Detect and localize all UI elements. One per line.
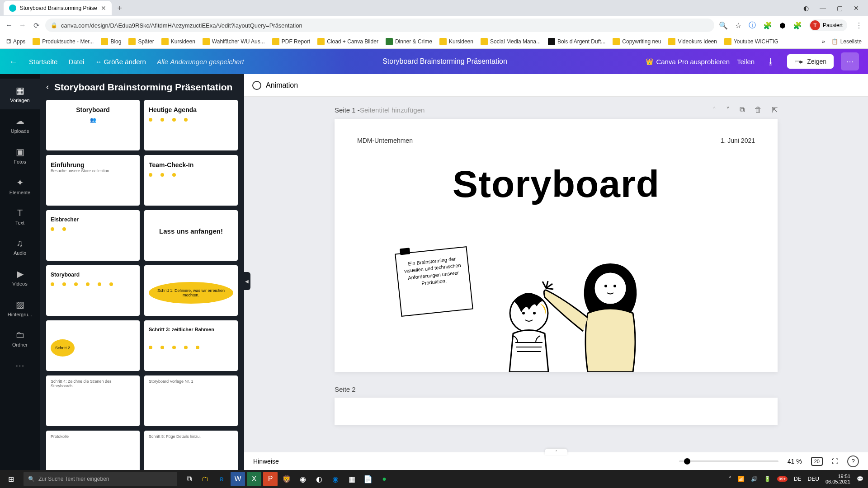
- template-thumb[interactable]: Lass uns anfangen!: [144, 210, 238, 261]
- keyboard-layout[interactable]: DEU: [808, 476, 819, 482]
- sidebar-item-more[interactable]: ⋯: [0, 354, 40, 377]
- sidebar-item-photos[interactable]: ▣Fotos: [0, 140, 40, 171]
- address-bar[interactable]: 🔒 canva.com/design/DAEdua9RSkc/AfitdmHAe…: [45, 19, 714, 32]
- more-menu-icon[interactable]: ⋯: [841, 52, 859, 70]
- minimize-icon[interactable]: —: [820, 5, 826, 12]
- taskbar-search[interactable]: 🔍 Zur Suche Text hier eingeben: [24, 472, 177, 486]
- back-icon[interactable]: ←: [5, 21, 14, 29]
- help-icon[interactable]: ?: [847, 455, 859, 467]
- apps-bookmark[interactable]: ⚃Apps: [5, 38, 27, 45]
- collapse-panel-icon[interactable]: ◀: [243, 272, 250, 290]
- duplicate-page-icon[interactable]: ⧉: [740, 106, 745, 114]
- share-button[interactable]: Teilen: [737, 58, 755, 66]
- new-tab-button[interactable]: +: [113, 2, 126, 14]
- word-icon[interactable]: W: [231, 472, 245, 486]
- download-icon[interactable]: ⭳: [762, 52, 780, 70]
- obs-icon[interactable]: ◉: [296, 472, 310, 486]
- reading-list[interactable]: 📋Leseliste: [830, 38, 863, 45]
- slide-canvas[interactable]: MDM-Unternehmen 1. Juni 2021 Storyboard …: [335, 119, 778, 372]
- move-up-icon[interactable]: ˄: [712, 106, 716, 114]
- pages-expand-icon[interactable]: ˄: [545, 449, 567, 455]
- chrome-icon[interactable]: ◐: [312, 472, 326, 486]
- template-thumb[interactable]: Eisbrecher: [46, 210, 140, 261]
- incognito-icon[interactable]: ◐: [803, 5, 809, 12]
- network-icon[interactable]: 📶: [738, 476, 745, 482]
- template-thumb[interactable]: Heutige Agenda: [144, 100, 238, 150]
- move-down-icon[interactable]: ˅: [726, 106, 730, 114]
- lang-indicator[interactable]: DE: [794, 476, 802, 482]
- excel-icon[interactable]: X: [247, 472, 261, 486]
- ext2-icon[interactable]: 🧩: [763, 21, 772, 30]
- bookmark-item[interactable]: Videokurs Ideen: [666, 38, 719, 45]
- slide-heading[interactable]: Storyboard: [357, 162, 755, 206]
- template-thumb[interactable]: EinführungBesuche unsere Store-collectio…: [46, 155, 140, 206]
- sidebar-item-background[interactable]: ▨Hintergru...: [0, 293, 40, 324]
- volume-icon[interactable]: 🔊: [751, 476, 758, 482]
- people-illustration[interactable]: [497, 245, 687, 372]
- zoom-page-icon[interactable]: 🔍: [719, 21, 728, 30]
- back-arrow-icon[interactable]: ←: [9, 56, 18, 67]
- sidebar-item-videos[interactable]: ▶Videos: [0, 262, 40, 293]
- ext3-icon[interactable]: ⬢: [779, 21, 786, 30]
- notepad-icon[interactable]: 📄: [361, 472, 375, 486]
- sidebar-item-uploads[interactable]: ☁Uploads: [0, 109, 40, 140]
- reload-icon[interactable]: ⟳: [32, 21, 41, 30]
- tray-badge[interactable]: 99+: [777, 476, 788, 482]
- close-window-icon[interactable]: ✕: [854, 5, 859, 12]
- ext1-icon[interactable]: ⓘ: [749, 21, 756, 30]
- grid-view-button[interactable]: 20: [811, 457, 823, 466]
- battery-icon[interactable]: 🔋: [764, 476, 771, 482]
- animation-button[interactable]: Animation: [266, 81, 298, 89]
- notifications-icon[interactable]: 💬: [857, 476, 863, 482]
- maximize-icon[interactable]: ▢: [837, 5, 843, 12]
- template-thumb[interactable]: Team-Check-In: [144, 155, 238, 206]
- bookmark-overflow-icon[interactable]: »: [822, 38, 825, 45]
- app-icon[interactable]: ▦: [344, 472, 359, 486]
- template-thumb[interactable]: Schritt 3: zeitlicher Rahmen: [144, 320, 238, 371]
- brave-icon[interactable]: 🦁: [279, 472, 294, 486]
- edge-legacy-icon[interactable]: e: [214, 472, 229, 486]
- bookmark-item[interactable]: Copywriting neu: [611, 38, 663, 45]
- try-pro-button[interactable]: Canva Pro ausprobieren: [646, 58, 730, 66]
- template-thumb[interactable]: Schritt 2: [46, 320, 140, 371]
- browser-tab[interactable]: Storyboard Brainstorming Präse ✕: [4, 1, 112, 15]
- sidebar-item-audio[interactable]: ♫Audio: [0, 232, 40, 262]
- template-thumb[interactable]: Schritt 1: Definiere, was wir erreichen …: [144, 265, 238, 316]
- page-title-input[interactable]: Seitentitel hinzufügen: [360, 106, 425, 114]
- bookmark-item[interactable]: PDF Report: [270, 38, 312, 45]
- notes-toggle[interactable]: Hinweise: [253, 458, 279, 465]
- slide-canvas[interactable]: [335, 398, 778, 425]
- bookmark-item[interactable]: Später: [127, 38, 156, 45]
- page-share-icon[interactable]: ⇱: [772, 106, 778, 114]
- bookmark-item[interactable]: Youtube WICHTIG: [722, 38, 780, 45]
- present-button[interactable]: ▭▸ Zeigen: [787, 54, 834, 69]
- date-text[interactable]: 1. Juni 2021: [721, 137, 755, 144]
- home-link[interactable]: Startseite: [29, 58, 57, 66]
- template-thumb[interactable]: Storyboard: [46, 265, 140, 316]
- taskview-icon[interactable]: ⧉: [182, 472, 196, 486]
- close-tab-icon[interactable]: ✕: [101, 5, 106, 12]
- sidebar-item-folders[interactable]: 🗀Ordner: [0, 324, 40, 354]
- bookmark-item[interactable]: Blog: [99, 38, 123, 45]
- account-chip[interactable]: T Pausiert: [809, 19, 847, 31]
- template-thumb[interactable]: Schritt 5: Füge Details hinzu.: [144, 431, 238, 470]
- bookmark-item[interactable]: Kursideen: [438, 38, 475, 45]
- file-menu[interactable]: Datei: [68, 58, 84, 66]
- start-button[interactable]: ⊞: [0, 475, 22, 483]
- template-thumb[interactable]: Storyboard👥: [46, 100, 140, 150]
- bookmark-item[interactable]: Kursideen: [160, 38, 197, 45]
- bookmark-item[interactable]: Bois d'Argent Duft...: [546, 38, 607, 45]
- template-thumb[interactable]: Storyboard Vorlage Nr. 1: [144, 375, 238, 426]
- sidebar-item-text[interactable]: TText: [0, 202, 40, 232]
- edge-icon[interactable]: ◉: [328, 472, 343, 486]
- resize-menu[interactable]: ↔ Größe ändern: [95, 58, 146, 66]
- bookmark-item[interactable]: Cload + Canva Bilder: [316, 38, 380, 45]
- tray-overflow-icon[interactable]: ˄: [729, 476, 731, 482]
- tray-clock[interactable]: 19:51 06.05.2021: [826, 474, 850, 484]
- template-thumb[interactable]: Protokolle: [46, 431, 140, 470]
- bookmark-item[interactable]: Dinner & Crime: [384, 38, 434, 45]
- bookmark-star-icon[interactable]: ☆: [735, 21, 741, 30]
- menu-icon[interactable]: ⋮: [854, 21, 863, 30]
- template-thumb[interactable]: Schritt 4: Zeichne die Szenen des Storyb…: [46, 375, 140, 426]
- sticky-note[interactable]: Ein Brainstorming der visuellen und tech…: [395, 246, 473, 317]
